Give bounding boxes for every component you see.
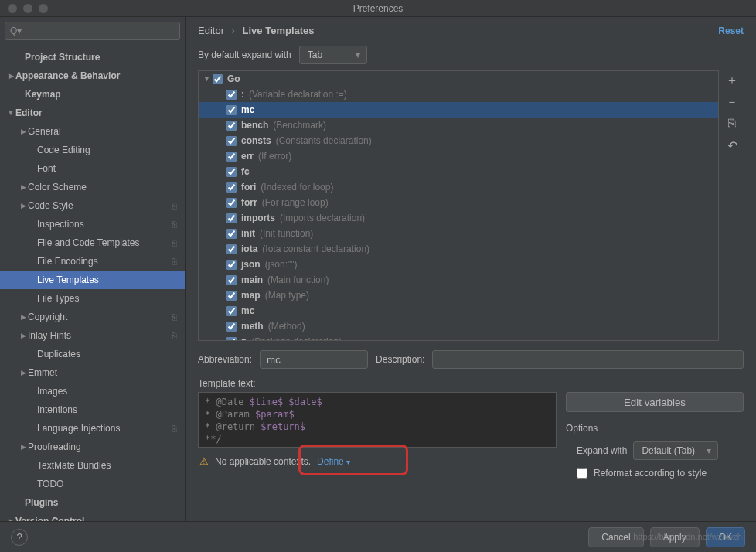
maximize-icon[interactable]	[39, 4, 48, 13]
template-item[interactable]: fori(Indexed for loop)	[199, 179, 718, 195]
expand-select[interactable]: Tab	[299, 46, 367, 64]
revert-button[interactable]: ↶	[722, 135, 742, 155]
template-checkbox[interactable]	[226, 322, 237, 332]
description-input[interactable]	[432, 350, 744, 369]
template-checkbox[interactable]	[226, 275, 237, 285]
template-checkbox[interactable]	[226, 152, 237, 162]
sidebar-item[interactable]: Appearance & Behavior	[0, 66, 185, 85]
template-checkbox[interactable]	[226, 244, 237, 254]
sidebar-item[interactable]: Code Editing	[0, 141, 185, 159]
reformat-checkbox[interactable]	[577, 468, 587, 479]
cancel-button[interactable]: Cancel	[588, 527, 643, 547]
apply-button[interactable]: Apply	[650, 527, 700, 547]
scope-icon: ⎘	[172, 312, 177, 322]
template-item[interactable]: fc	[199, 164, 718, 179]
template-checkbox[interactable]	[226, 213, 237, 223]
template-item[interactable]: bench(Benchmark)	[199, 118, 718, 133]
template-abbr: json	[241, 259, 261, 270]
sidebar-item[interactable]: Duplicates	[0, 345, 185, 363]
chevron-right-icon	[6, 72, 15, 80]
sidebar-item[interactable]: Keymap	[0, 85, 185, 104]
sidebar-item[interactable]: Intentions	[0, 400, 185, 419]
template-item[interactable]: :(Variable declaration :=)	[199, 87, 718, 102]
sidebar-item-label: Editor	[15, 107, 43, 118]
code-line: **/	[205, 433, 550, 445]
window-controls[interactable]	[0, 4, 48, 13]
sidebar-item[interactable]: Code Style⎘	[0, 196, 185, 215]
template-text-editor[interactable]: * @Date $time$ $date$ * @Param $param$ *…	[198, 392, 557, 448]
define-link[interactable]: Define	[317, 456, 349, 467]
template-checkbox[interactable]	[226, 291, 237, 301]
minimize-icon[interactable]	[23, 4, 32, 13]
template-checkbox[interactable]	[226, 306, 237, 316]
template-item[interactable]: err(If error)	[199, 148, 718, 164]
sidebar-item[interactable]: Proofreading	[0, 438, 185, 456]
template-item[interactable]: consts(Constants declaration)	[199, 133, 718, 148]
template-checkbox[interactable]	[226, 105, 237, 115]
sidebar-item[interactable]: General	[0, 122, 185, 141]
sidebar-item[interactable]: Images	[0, 382, 185, 400]
sidebar-item[interactable]: Plugins	[0, 493, 185, 512]
template-checkbox[interactable]	[226, 90, 237, 100]
reset-link[interactable]: Reset	[718, 26, 744, 36]
template-checkbox[interactable]	[226, 198, 237, 208]
template-item[interactable]: map(Map type)	[199, 288, 718, 303]
expand-with-select[interactable]: Default (Tab)	[633, 441, 718, 460]
sidebar-item[interactable]: Editor	[0, 104, 185, 122]
sidebar-item[interactable]: TextMate Bundles	[0, 456, 185, 475]
close-icon[interactable]	[8, 4, 17, 13]
sidebar-item[interactable]: Inspections⎘	[0, 215, 185, 233]
template-desc: (Iota constant declaration)	[262, 244, 369, 254]
copy-button[interactable]: ⎘	[722, 114, 742, 134]
sidebar-item[interactable]: File Encodings⎘	[0, 252, 185, 271]
sidebar-item[interactable]: File and Code Templates⎘	[0, 233, 185, 252]
sidebar-item[interactable]: Project Structure	[0, 48, 185, 66]
template-item[interactable]: forr(For range loop)	[199, 195, 718, 210]
ok-button[interactable]: OK	[706, 527, 745, 547]
help-button[interactable]: ?	[11, 529, 28, 546]
search-input[interactable]: Q▾	[5, 22, 180, 40]
sidebar-item[interactable]: Color Scheme	[0, 178, 185, 196]
remove-button[interactable]: －	[722, 92, 742, 112]
sidebar-item[interactable]: Font	[0, 159, 185, 178]
template-item[interactable]: imports(Imports declaration)	[199, 210, 718, 226]
template-item[interactable]: mc	[199, 303, 718, 319]
template-item[interactable]: mc	[199, 102, 718, 118]
sidebar-item[interactable]: File Types	[0, 289, 185, 308]
sidebar-item-label: Font	[37, 163, 56, 174]
template-text-label: Template text:	[186, 373, 756, 392]
abbreviation-input[interactable]	[260, 350, 368, 369]
sidebar-item-label: TODO	[37, 479, 63, 489]
template-checkbox[interactable]	[226, 260, 237, 270]
template-group[interactable]: ▼Go	[199, 71, 718, 87]
options-title: Options	[566, 423, 744, 434]
sidebar-item[interactable]: TODO	[0, 475, 185, 493]
add-button[interactable]: ＋	[722, 70, 742, 90]
template-item[interactable]: init(Init function)	[199, 226, 718, 241]
template-tree[interactable]: ▼Go:(Variable declaration :=)mcbench(Ben…	[198, 70, 719, 341]
group-checkbox[interactable]	[213, 74, 223, 84]
template-item[interactable]: main(Main function)	[199, 272, 718, 288]
template-checkbox[interactable]	[226, 229, 237, 239]
template-item[interactable]: json(json:"")	[199, 257, 718, 272]
template-item[interactable]: p(Package declaration)	[199, 334, 718, 341]
template-abbr: fc	[241, 166, 250, 177]
template-abbr: iota	[241, 244, 257, 254]
template-checkbox[interactable]	[226, 121, 237, 131]
sidebar-item[interactable]: Inlay Hints⎘	[0, 326, 185, 345]
sidebar-item[interactable]: Version Control	[0, 512, 185, 521]
sidebar-item[interactable]: Live Templates	[0, 271, 185, 289]
template-checkbox[interactable]	[226, 167, 237, 177]
sidebar-item[interactable]: Copyright⎘	[0, 308, 185, 326]
template-checkbox[interactable]	[226, 182, 237, 193]
template-desc: (Main function)	[267, 274, 329, 285]
chevron-right-icon	[6, 517, 15, 521]
template-item[interactable]: meth(Method)	[199, 319, 718, 334]
sidebar-item[interactable]: Emmet	[0, 363, 185, 382]
edit-variables-button[interactable]: Edit variables	[566, 392, 744, 412]
expand-label: By default expand with	[198, 49, 291, 60]
template-item[interactable]: iota(Iota constant declaration)	[199, 241, 718, 257]
sidebar-item[interactable]: Language Injections⎘	[0, 419, 185, 438]
template-checkbox[interactable]	[226, 136, 237, 146]
breadcrumb-root[interactable]: Editor	[198, 25, 224, 36]
